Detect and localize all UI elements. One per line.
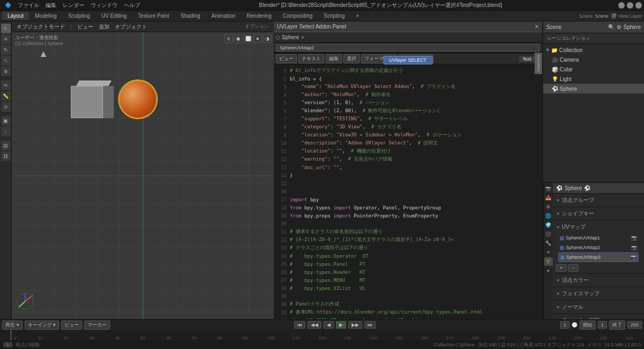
prop-icon-view[interactable]: 🖥 — [544, 202, 553, 211]
tool-extrude[interactable]: ↑ — [1, 127, 11, 136]
tl-end-frame[interactable]: 250 — [627, 321, 642, 329]
menu-help[interactable]: ヘルプ — [121, 1, 143, 10]
prop-section-vcolor-title[interactable]: 頂点カラー — [556, 275, 641, 285]
prop-icon-data[interactable]: ▽ — [544, 257, 553, 266]
tab-uv-editing[interactable]: UV Editing — [96, 12, 132, 20]
tool-add-cube[interactable]: ▣ — [1, 116, 11, 126]
tool-select[interactable]: ↖ — [1, 24, 11, 33]
prop-section-normals-title[interactable]: ノーマル — [556, 302, 641, 312]
tool-annotate[interactable]: ✏ — [1, 81, 11, 90]
tool-misc1[interactable]: ▤ — [1, 141, 11, 150]
viewport-object-menu[interactable]: オブジェクト — [113, 23, 149, 31]
tool-measure[interactable]: 📏 — [1, 91, 11, 101]
uv-map-camera-icon[interactable]: 📷 — [631, 245, 637, 250]
tool-misc2[interactable]: ⛓ — [1, 151, 11, 161]
script-menu-select[interactable]: 選択 — [343, 54, 360, 63]
xray-btn[interactable]: ⬜ — [244, 34, 252, 43]
tl-next-keyframe[interactable]: ⏭ — [364, 321, 376, 329]
script-menu-edit[interactable]: 編集 — [326, 54, 342, 63]
maximize-button[interactable] — [627, 2, 633, 9]
uv-side-tab-holomon[interactable]: HoloMon — [535, 53, 542, 74]
line-number: 5 — [274, 100, 290, 106]
uv-map-item[interactable]: ⊞SphereUVMap2📷 — [558, 243, 639, 252]
prop-section-uv-title[interactable]: UVマップ — [556, 222, 641, 232]
uv-map-remove-btn[interactable]: − — [568, 264, 578, 272]
uv-map-item[interactable]: ⊞SphereUVMap1📷 — [558, 233, 639, 243]
show-overlay-btn[interactable]: ◉ — [234, 34, 243, 43]
tl-keying[interactable]: キーイング ▾ — [25, 321, 60, 330]
menu-edit[interactable]: 編集 — [43, 1, 59, 10]
outliner-filter-icon[interactable]: ⚙ — [617, 24, 621, 30]
tab-animation[interactable]: Animation — [206, 12, 240, 20]
viewport-options[interactable]: オプション — [243, 23, 270, 31]
uv-map-add-btn[interactable]: + — [556, 264, 566, 272]
viewport-3d[interactable]: オブジェクトモード | ビュー 追加 オブジェクト オプション ▲ ユーザー・透… — [12, 21, 274, 319]
script-menu-view[interactable]: ビュー — [276, 54, 297, 63]
tab-scripting[interactable]: Scripting — [318, 12, 350, 20]
uv-map-item[interactable]: ⊞SphereUVMap3📷 — [558, 252, 639, 262]
tl-prev[interactable]: ◀ — [324, 321, 334, 329]
tab-compositing[interactable]: Compositing — [277, 12, 318, 20]
uv-select-button[interactable]: UVlayer SELECT — [383, 56, 433, 64]
close-button[interactable] — [635, 2, 642, 9]
show-gizmo-btn[interactable]: ⊙ — [224, 34, 233, 43]
tl-start-frame[interactable]: 1 — [598, 321, 607, 329]
viewport-view-menu[interactable]: ビュー — [76, 23, 95, 31]
prop-icon-particles[interactable]: ✦ — [544, 248, 553, 257]
timeline-ruler[interactable]: 0102030405060708090100110120130140150160… — [0, 330, 644, 340]
tab-add[interactable]: + — [350, 12, 364, 20]
shading-solid-btn[interactable]: ● — [253, 34, 262, 43]
tl-play[interactable]: ▶ — [336, 321, 346, 329]
script-content[interactable]: 1# bl_infoでプラグインに関する情報の定義を行う2bl_info = {… — [274, 64, 542, 319]
tl-prev-frame[interactable]: ◀◀ — [308, 321, 321, 329]
scene-tree-item-collection[interactable]: ▼📁Collection — [543, 45, 644, 55]
prop-icon-output[interactable]: 📤 — [544, 193, 553, 202]
tab-modeling[interactable]: Modeling — [30, 12, 62, 20]
tool-move[interactable]: ✛ — [1, 34, 11, 44]
prop-icon-modifiers[interactable]: 🔧 — [544, 239, 553, 248]
viewport-mode[interactable]: オブジェクトモード — [15, 23, 67, 31]
uv-map-camera-icon[interactable]: 📷 — [631, 235, 637, 241]
tool-cursor[interactable]: ⊙ — [1, 102, 11, 112]
minimize-button[interactable] — [618, 2, 625, 9]
tool-rotate[interactable]: ↻ — [1, 45, 11, 55]
tab-texture-paint[interactable]: Texture Paint — [133, 12, 174, 20]
uv-map-camera-icon[interactable]: 📷 — [631, 255, 636, 260]
prop-section-shapekey-title[interactable]: シェイプキー — [556, 209, 641, 219]
mesh-close[interactable]: ✕ — [301, 35, 305, 40]
tab-shading[interactable]: Shading — [175, 12, 206, 20]
tl-next[interactable]: ▶▶ — [348, 321, 362, 329]
tab-layout[interactable]: Layout — [2, 12, 29, 20]
uv-map-dropdown[interactable]: SphereUVMap2 — [276, 44, 540, 52]
prop-icon-render[interactable]: 📷 — [544, 184, 553, 193]
prop-section-facemap-title[interactable]: フェイスマップ — [556, 289, 641, 299]
prop-section-uvmap-title[interactable]: 頂点グループ — [556, 195, 641, 205]
outliner-tb-mode[interactable]: シーンコレクション — [545, 34, 592, 42]
tl-current-frame[interactable]: 1 — [560, 321, 569, 329]
tool-transform[interactable]: ⊕ — [1, 67, 11, 76]
uv-panel-close[interactable]: ✕ — [535, 24, 539, 30]
scene-tree-item-cube[interactable]: 🎲Cube — [543, 64, 644, 74]
menu-file[interactable]: ファイル — [15, 1, 42, 10]
tool-scale[interactable]: ⤡ — [1, 56, 11, 66]
tl-mode[interactable]: 再生 ▾ — [2, 321, 23, 330]
prop-icon-world[interactable]: 🌍 — [544, 221, 553, 229]
tab-rendering[interactable]: Rendering — [241, 12, 277, 20]
scene-name[interactable]: Scene — [595, 13, 609, 19]
scene-tree-item-camera[interactable]: 🎥Camera — [543, 55, 644, 64]
script-menu-text[interactable]: テキスト — [298, 54, 324, 63]
menu-window[interactable]: ウィンドウ — [88, 1, 120, 10]
scene-tree-item-sphere[interactable]: ⚽Sphere — [543, 84, 644, 93]
prop-icon-object[interactable]: ⬛ — [544, 230, 553, 238]
outliner-search-icon[interactable]: 🔍 — [608, 24, 614, 30]
tl-view[interactable]: ビュー — [61, 321, 82, 330]
viewport-add-menu[interactable]: 追加 — [97, 23, 111, 31]
tab-sculpting[interactable]: Sculpting — [63, 12, 96, 20]
prop-icon-material[interactable]: ● — [544, 266, 553, 275]
tl-marker[interactable]: マーカー — [84, 321, 110, 330]
tl-prev-keyframe[interactable]: ⏮ — [294, 321, 305, 329]
scene-tree-item-light[interactable]: 💡Light — [543, 74, 644, 84]
shading-render-btn[interactable]: ◑ — [263, 34, 272, 43]
prop-icon-scene[interactable]: 🌐 — [544, 212, 553, 220]
menu-render[interactable]: レンダー — [60, 1, 87, 10]
